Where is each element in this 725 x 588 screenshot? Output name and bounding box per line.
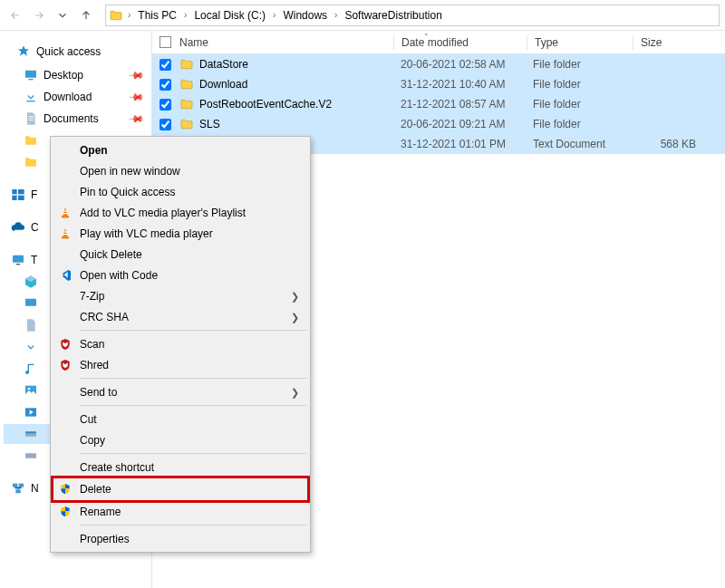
- mcafee-icon: [58, 358, 72, 372]
- menu-label: Copy: [80, 434, 105, 447]
- submenu-arrow-icon: ❯: [291, 290, 299, 302]
- menu-label: Pin to Quick access: [80, 186, 175, 198]
- table-row[interactable]: SLS20-06-2021 09:21 AMFile folder: [152, 114, 725, 134]
- file-type: File folder: [526, 58, 631, 71]
- menu-label: Scan: [80, 338, 104, 351]
- file-type: File folder: [526, 118, 631, 130]
- file-date: 20-06-2021 09:21 AM: [393, 118, 526, 130]
- chevron-right-icon[interactable]: ›: [271, 10, 277, 20]
- svg-rect-19: [62, 216, 69, 217]
- monitor-icon: [11, 253, 25, 267]
- file-type: Text Document: [526, 138, 631, 150]
- file-name: Download: [199, 78, 247, 91]
- menu-open[interactable]: Open: [53, 140, 308, 160]
- breadcrumb-seg-3[interactable]: SoftwareDistribution: [341, 5, 445, 25]
- svg-rect-14: [25, 431, 36, 433]
- nav-back-button[interactable]: [5, 5, 25, 25]
- menu-label: Play with VLC media player: [80, 227, 213, 240]
- menu-pin-quick-access[interactable]: Pin to Quick access: [53, 181, 308, 202]
- menu-label: Create shortcut: [80, 461, 154, 474]
- sidebar-item-desktop[interactable]: Desktop 📌: [4, 65, 151, 85]
- column-headers: Name ˄ Date modified Type Size: [152, 31, 725, 54]
- folder-icon: [179, 117, 194, 131]
- videos-icon: [24, 405, 38, 419]
- cube-icon: [24, 275, 38, 289]
- row-checkbox[interactable]: [160, 119, 171, 130]
- sidebar-item-label: Desktop: [44, 69, 83, 82]
- sidebar-item-label: F: [31, 188, 37, 201]
- column-date[interactable]: Date modified: [394, 36, 527, 49]
- menu-send-to[interactable]: Send to ❯: [53, 381, 308, 402]
- chevron-right-icon[interactable]: ›: [182, 10, 188, 20]
- nav-up-button[interactable]: [76, 5, 96, 25]
- nav-recent-dropdown[interactable]: [53, 5, 72, 25]
- folder-icon: [24, 155, 38, 169]
- breadcrumb-seg-1[interactable]: Local Disk (C:): [190, 5, 269, 25]
- table-row[interactable]: PostRebootEventCache.V221-12-2021 08:57 …: [152, 94, 725, 114]
- menu-scan[interactable]: Scan: [53, 333, 308, 354]
- svg-rect-0: [25, 71, 36, 78]
- sidebar-item-download[interactable]: Download 📌: [4, 87, 151, 107]
- table-row[interactable]: Download31-12-2021 10:40 AMFile folder: [152, 74, 725, 94]
- sidebar-item-documents[interactable]: Documents 📌: [4, 109, 151, 129]
- menu-crc-sha[interactable]: CRC SHA ❯: [53, 306, 308, 327]
- folder-icon: [179, 77, 194, 92]
- row-checkbox[interactable]: [160, 99, 171, 111]
- vlc-icon: [58, 227, 72, 241]
- menu-7zip[interactable]: 7-Zip ❯: [53, 285, 308, 306]
- music-icon: [24, 361, 38, 376]
- menu-label: Send to: [80, 386, 117, 399]
- menu-separator: [80, 378, 306, 379]
- svg-rect-1: [28, 79, 33, 80]
- menu-shred[interactable]: Shred: [53, 354, 308, 375]
- download-icon: [24, 90, 38, 104]
- chevron-right-icon[interactable]: ›: [126, 10, 132, 20]
- svg-rect-15: [25, 453, 36, 458]
- row-checkbox[interactable]: [160, 59, 171, 71]
- select-all-checkbox[interactable]: [160, 36, 171, 48]
- menu-rename[interactable]: Rename: [53, 501, 308, 522]
- menu-label: Delete: [80, 483, 111, 496]
- menu-open-with-code[interactable]: Open with Code: [53, 265, 308, 285]
- menu-label: Quick Delete: [80, 248, 142, 261]
- file-name: PostRebootEventCache.V2: [199, 98, 332, 111]
- svg-rect-3: [12, 189, 16, 194]
- menu-open-new-window[interactable]: Open in new window: [53, 160, 308, 181]
- menu-separator: [80, 405, 306, 406]
- menu-label: Cut: [80, 413, 97, 426]
- sidebar-quick-access[interactable]: Quick access: [4, 42, 151, 62]
- table-row[interactable]: DataStore20-06-2021 02:58 AMFile folder: [152, 54, 725, 74]
- address-bar: › This PC › Local Disk (C:) › Windows › …: [0, 0, 725, 31]
- menu-vlc-play[interactable]: Play with VLC media player: [53, 223, 308, 244]
- column-type[interactable]: Type: [527, 36, 633, 49]
- menu-copy[interactable]: Copy: [53, 429, 308, 450]
- star-icon: [16, 44, 31, 59]
- menu-create-shortcut[interactable]: Create shortcut: [53, 457, 308, 477]
- breadcrumb-seg-2[interactable]: Windows: [279, 5, 331, 25]
- menu-label: Add to VLC media player's Playlist: [80, 207, 246, 219]
- menu-properties[interactable]: Properties: [53, 528, 308, 549]
- svg-rect-5: [12, 196, 16, 200]
- menu-cut[interactable]: Cut: [53, 409, 308, 429]
- svg-rect-23: [63, 231, 66, 232]
- column-name[interactable]: Name: [179, 36, 393, 49]
- file-date: 31-12-2021 10:40 AM: [393, 78, 526, 91]
- breadcrumb-seg-0[interactable]: This PC: [134, 5, 180, 25]
- menu-quick-delete[interactable]: Quick Delete: [53, 244, 308, 265]
- column-size[interactable]: Size: [633, 36, 706, 49]
- row-checkbox[interactable]: [160, 79, 171, 91]
- menu-label: Rename: [80, 506, 121, 518]
- documents-icon: [24, 318, 38, 333]
- breadcrumb[interactable]: › This PC › Local Disk (C:) › Windows › …: [105, 5, 720, 26]
- nav-forward-button[interactable]: [29, 5, 49, 25]
- pin-icon: 📌: [127, 110, 144, 127]
- menu-delete[interactable]: Delete: [53, 477, 308, 501]
- svg-rect-20: [63, 210, 66, 211]
- sidebar-item-label: Download: [44, 91, 92, 103]
- menu-vlc-playlist[interactable]: Add to VLC media player's Playlist: [53, 202, 308, 223]
- sidebar-item-label: C: [31, 221, 39, 234]
- menu-label: Properties: [80, 533, 130, 545]
- svg-rect-4: [18, 189, 24, 194]
- chevron-right-icon[interactable]: ›: [333, 10, 339, 20]
- svg-rect-2: [26, 101, 34, 101]
